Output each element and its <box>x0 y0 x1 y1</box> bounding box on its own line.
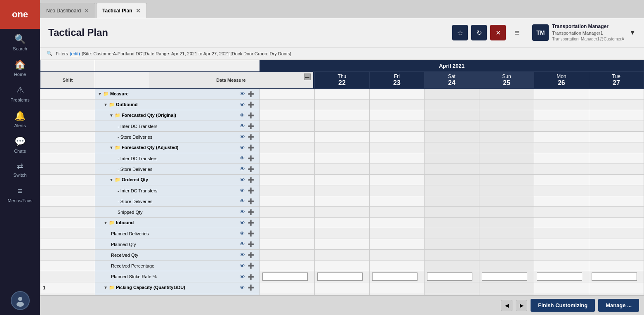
shift-cell <box>40 89 95 99</box>
manage-button[interactable]: Manage ... <box>598 299 639 312</box>
strike-rate-input-tue[interactable] <box>592 272 637 281</box>
close-page-button[interactable]: ✕ <box>490 25 506 40</box>
data-cell <box>589 282 644 293</box>
data-cell <box>369 153 424 164</box>
data-cell <box>589 185 644 196</box>
user-avatar[interactable] <box>11 291 30 310</box>
eye-button[interactable]: 👁 <box>239 133 245 140</box>
collapse-arrow[interactable]: ▼ <box>104 285 108 290</box>
user-dropdown-arrow[interactable]: ▼ <box>629 29 636 36</box>
input-cell-tue[interactable] <box>589 271 644 282</box>
plus-button[interactable]: ➕ <box>247 112 255 119</box>
month-label: April 2021 <box>259 60 644 72</box>
sidebar-item-home[interactable]: 🏠 Home <box>0 54 40 80</box>
plus-button[interactable]: ➕ <box>247 155 255 162</box>
eye-button[interactable]: 👁 <box>239 262 245 269</box>
data-cell <box>479 153 534 164</box>
finish-customizing-button[interactable]: Finish Customizing <box>531 299 595 312</box>
plus-button[interactable]: ➕ <box>247 219 255 226</box>
plus-button[interactable]: ➕ <box>247 187 255 194</box>
plus-button[interactable]: ➕ <box>247 90 255 97</box>
input-cell-sun[interactable] <box>479 271 534 282</box>
tab-close-neo-dashboard[interactable]: ✕ <box>84 8 89 14</box>
plus-button[interactable]: ➕ <box>247 198 255 205</box>
collapse-arrow[interactable]: ▼ <box>109 145 113 150</box>
eye-button[interactable]: 👁 <box>239 90 245 97</box>
star-button[interactable]: ☆ <box>452 25 468 40</box>
table-row: Planned Strike Rate % 👁 ➕ <box>40 271 644 282</box>
plus-button[interactable]: ➕ <box>247 273 255 280</box>
prev-button[interactable]: ◀ <box>501 300 512 311</box>
plus-button[interactable]: ➕ <box>247 295 255 295</box>
input-cell-wed[interactable] <box>259 271 314 282</box>
input-cell-sat[interactable] <box>424 271 479 282</box>
app-logo[interactable]: one <box>0 0 40 29</box>
filter-edit-link[interactable]: (edit) <box>70 51 80 56</box>
eye-button[interactable]: 👁 <box>239 101 245 108</box>
input-cell-thu[interactable] <box>314 271 369 282</box>
plus-button[interactable]: ➕ <box>247 251 255 258</box>
user-name: Transportation Manager <box>552 23 624 30</box>
refresh-button[interactable]: ↻ <box>471 25 487 40</box>
collapse-arrow[interactable]: ▼ <box>109 113 113 118</box>
measure-cell: Planned Strike Rate % 👁 ➕ <box>95 271 259 282</box>
sidebar-item-alerts[interactable]: 🔔 Alerts <box>0 106 40 131</box>
eye-button[interactable]: 👁 <box>239 284 245 291</box>
plus-button[interactable]: ➕ <box>247 166 255 173</box>
plus-button[interactable]: ➕ <box>247 262 255 269</box>
eye-button[interactable]: 👁 <box>239 241 245 248</box>
eye-button[interactable]: 👁 <box>239 112 245 119</box>
sidebar-item-problems[interactable]: ⚠ Problems <box>0 80 40 106</box>
eye-button[interactable]: 👁 <box>239 166 245 173</box>
plus-button[interactable]: ➕ <box>247 208 255 216</box>
eye-button[interactable]: 👁 <box>239 295 245 295</box>
plus-button[interactable]: ➕ <box>247 101 255 108</box>
month-header-row: April 2021 <box>40 60 644 72</box>
eye-button[interactable]: 👁 <box>239 187 245 194</box>
eye-button[interactable]: 👁 <box>239 198 245 205</box>
plus-button[interactable]: ➕ <box>247 284 255 291</box>
strike-rate-input-thu[interactable] <box>317 272 363 281</box>
eye-button[interactable]: 👁 <box>239 144 245 151</box>
eye-button[interactable]: 👁 <box>239 273 245 280</box>
data-cell <box>259 110 314 121</box>
eye-button[interactable]: 👁 <box>239 219 245 226</box>
plus-button[interactable]: ➕ <box>247 241 255 248</box>
collapse-arrow[interactable]: ▼ <box>98 92 102 96</box>
eye-button[interactable]: 👁 <box>239 123 245 130</box>
tab-close-tactical-plan[interactable]: ✕ <box>136 8 141 14</box>
input-cell-fri[interactable] <box>369 271 424 282</box>
grid-scroll-area[interactable]: April 2021 Shift Data Measure — Wed <box>40 60 644 295</box>
eye-button[interactable]: 👁 <box>239 230 245 237</box>
input-cell-mon[interactable] <box>534 271 589 282</box>
strike-rate-input-mon[interactable] <box>537 272 582 281</box>
plus-button[interactable]: ➕ <box>247 133 255 140</box>
eye-button[interactable]: 👁 <box>239 155 245 162</box>
strike-rate-input-sun[interactable] <box>482 272 527 281</box>
eye-button[interactable]: 👁 <box>239 251 245 258</box>
hamburger-menu-button[interactable]: ≡ <box>509 25 525 40</box>
collapse-arrow[interactable]: ▼ <box>104 102 108 107</box>
eye-button[interactable]: 👁 <box>239 208 245 216</box>
collapse-arrow[interactable]: ▼ <box>104 220 108 225</box>
plus-button[interactable]: ➕ <box>247 144 255 151</box>
plus-button[interactable]: ➕ <box>247 176 255 183</box>
next-button[interactable]: ▶ <box>516 300 527 311</box>
measure-minimize-button[interactable]: — <box>304 73 311 80</box>
plus-button[interactable]: ➕ <box>247 123 255 130</box>
measure-cell: ▼📁Picking Capacity (Quantity1/DU) 👁 ➕ <box>95 282 259 293</box>
strike-rate-input-sat[interactable] <box>427 272 472 281</box>
eye-button[interactable]: 👁 <box>239 176 245 183</box>
data-cell <box>314 164 369 175</box>
tab-tactical-plan[interactable]: Tactical Plan ✕ <box>96 3 146 18</box>
filter-value: [Site: CustomerA-Portland DC][Date Range… <box>82 51 291 56</box>
collapse-arrow[interactable]: ▼ <box>109 178 113 182</box>
strike-rate-input-wed[interactable] <box>262 272 308 281</box>
strike-rate-input-fri[interactable] <box>372 272 418 281</box>
sidebar-item-menus[interactable]: ≡ Menus/Favs <box>0 181 40 206</box>
sidebar-item-chats[interactable]: 💬 Chats <box>0 131 40 157</box>
plus-button[interactable]: ➕ <box>247 230 255 237</box>
sidebar-item-search[interactable]: 🔍 Search <box>0 29 40 54</box>
sidebar-item-switch[interactable]: ⇄ Switch <box>0 157 40 181</box>
tab-neo-dashboard[interactable]: Neo Dashboard ✕ <box>40 3 95 18</box>
